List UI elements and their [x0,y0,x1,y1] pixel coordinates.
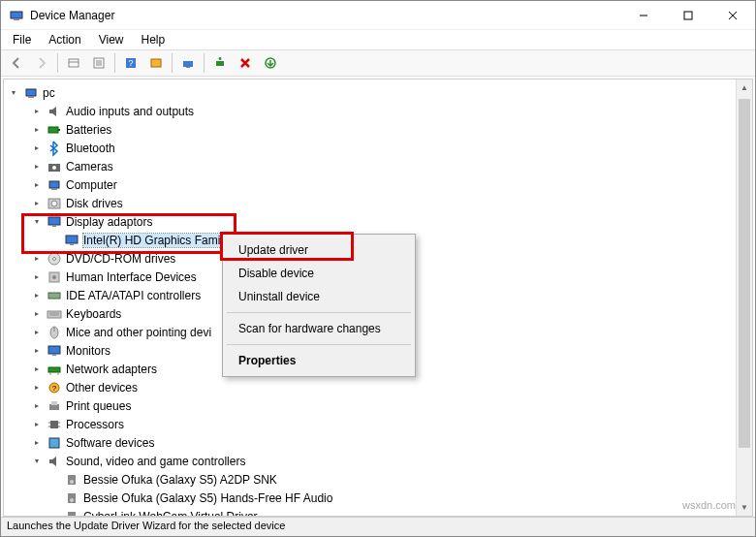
tree-item-label: Other devices [66,381,138,395]
menu-file[interactable]: File [5,31,39,48]
other-icon: ? [47,380,62,395]
chevron-right-icon[interactable]: ▸ [31,327,43,338]
tree-item[interactable]: ▸Processors [4,415,752,433]
chevron-right-icon[interactable]: ▸ [31,124,43,136]
chevron-right-icon[interactable]: ▸ [31,290,43,301]
chevron-right-icon[interactable]: ▸ [31,271,43,283]
svg-text:?: ? [128,58,133,68]
svg-rect-32 [70,243,74,245]
svg-rect-20 [28,96,34,98]
svg-point-24 [52,166,56,170]
tree-item[interactable]: ▸Print queues [4,396,752,415]
tree-item[interactable]: ▸Cameras [4,157,752,175]
maximize-button[interactable] [666,1,710,29]
tree-item[interactable]: Bessie Ofuka (Galaxy S5) Hands-Free HF A… [4,489,752,507]
app-icon [9,8,24,23]
tree-item-label: IDE ATA/ATAPI controllers [66,289,201,302]
chevron-right-icon[interactable]: ▸ [31,437,43,449]
tree-item[interactable]: ▾Display adaptors [4,212,752,231]
chevron-right-icon[interactable]: ▸ [31,308,43,320]
menu-help[interactable]: Help [134,31,173,48]
scroll-thumb[interactable] [739,99,750,448]
chevron-down-icon[interactable]: ▾ [31,216,43,228]
svg-point-59 [70,480,74,484]
tree-root-label: pc [43,86,55,100]
scan-button[interactable] [176,51,200,75]
cpu-icon [47,417,62,432]
action-button[interactable] [144,51,168,75]
properties-button[interactable] [87,51,110,75]
context-item[interactable]: Uninstall device [225,285,413,308]
back-button[interactable] [5,51,28,75]
minimize-button[interactable] [621,1,666,29]
show-hidden-button[interactable] [62,51,85,75]
battery-icon [47,122,62,138]
speaker-icon [64,472,79,488]
tree-item[interactable]: ▸Computer [4,175,752,194]
titlebar: Device Manager [1,1,755,30]
svg-rect-44 [52,354,56,356]
close-button[interactable] [710,1,755,29]
camera-icon [47,159,62,174]
tree-item-label: Bluetooth [66,142,115,155]
display-icon [47,214,62,230]
chevron-down-icon[interactable]: ▾ [8,87,19,99]
chevron-down-icon[interactable]: ▾ [31,456,43,467]
sw-icon [47,435,62,451]
chevron-right-icon[interactable]: ▸ [31,363,43,375]
svg-point-34 [53,257,56,260]
chevron-right-icon[interactable]: ▸ [31,253,43,265]
svg-point-36 [52,275,56,279]
scroll-down-button[interactable]: ▼ [737,499,752,516]
tree-item[interactable]: CyberLink WebCam Virtual Driver [4,507,752,517]
chevron-right-icon[interactable]: ▸ [31,198,43,209]
tree-item-label: Cameras [66,160,113,174]
tree-item-label: Sound, video and game controllers [66,455,245,468]
tree-item[interactable]: ▸Software devices [4,433,752,452]
tree-item[interactable]: ▾Sound, video and game controllers [4,452,752,470]
svg-rect-17 [216,61,224,66]
no-arrow [48,474,60,486]
tree-item-label: Mice and other pointing devi [66,326,211,339]
printer-icon [47,398,62,414]
window-title: Device Manager [30,9,621,22]
context-item[interactable]: Disable device [225,262,413,285]
menu-view[interactable]: View [91,31,132,48]
tree-item[interactable]: ▸Batteries [4,120,752,139]
tree-root[interactable]: ▾pc [4,83,752,102]
tree-item[interactable]: ▸Audio inputs and outputs [4,102,752,120]
help-button[interactable]: ? [119,51,142,75]
chevron-right-icon[interactable]: ▸ [31,400,43,412]
scrollbar[interactable]: ▲ ▼ [736,79,752,516]
chevron-right-icon[interactable]: ▸ [31,419,43,430]
tree-item[interactable]: ▸Bluetooth [4,139,752,157]
forward-button[interactable] [30,51,53,75]
tree-item-label: Audio inputs and outputs [66,105,194,118]
context-item[interactable]: Scan for hardware changes [225,317,413,340]
context-item[interactable]: Properties [225,349,413,372]
context-item[interactable]: Update driver [225,238,413,262]
tree-item-label: Monitors [66,344,110,358]
update-driver-button[interactable] [259,51,282,75]
chevron-right-icon[interactable]: ▸ [31,142,43,154]
tree-item[interactable]: ▸?Other devices [4,378,752,396]
chevron-right-icon[interactable]: ▸ [31,106,43,117]
tree-item[interactable]: Bessie Ofuka (Galaxy S5) A2DP SNK [4,470,752,489]
chevron-right-icon[interactable]: ▸ [31,345,43,357]
status-bar: Launches the Update Driver Wizard for th… [1,517,755,536]
svg-rect-0 [11,12,22,18]
ide-icon [47,288,62,303]
chevron-right-icon[interactable]: ▸ [31,179,43,191]
scroll-up-button[interactable]: ▲ [737,79,752,96]
menu-action[interactable]: Action [41,31,88,48]
uninstall-button[interactable] [234,51,257,75]
chevron-right-icon[interactable]: ▸ [31,382,43,394]
svg-point-28 [51,201,57,206]
chevron-right-icon[interactable]: ▸ [31,161,43,173]
add-legacy-button[interactable] [208,51,232,75]
tree-item-label: Intel(R) HD Graphics Family [83,234,229,247]
svg-rect-21 [48,127,58,133]
context-menu-items: Update driverDisable deviceUninstall dev… [225,238,413,372]
svg-rect-29 [48,217,60,225]
tree-item[interactable]: ▸Disk drives [4,194,752,212]
